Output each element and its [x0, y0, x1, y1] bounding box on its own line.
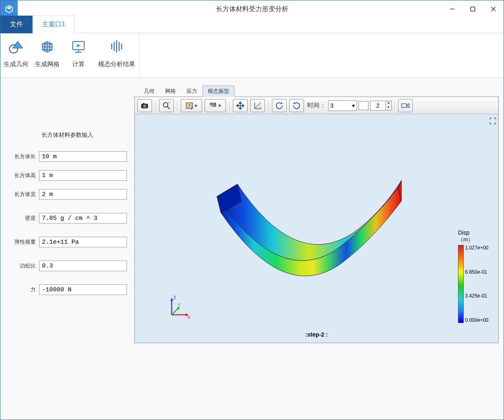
svg-rect-25 [212, 103, 214, 105]
density-input[interactable] [39, 213, 127, 224]
svg-marker-35 [237, 104, 238, 107]
toggle-box[interactable] [359, 101, 368, 110]
svg-point-16 [143, 104, 146, 107]
svg-line-19 [168, 106, 170, 109]
svg-marker-54 [170, 298, 173, 301]
view-tab-modal[interactable]: 模态振型 [203, 85, 235, 97]
viewport-3d[interactable]: ⛶ [135, 114, 498, 343]
svg-rect-28 [212, 105, 214, 107]
svg-text:X: X [187, 315, 191, 320]
gen-mesh-button[interactable]: 生成网格 [32, 33, 63, 78]
svg-rect-1 [471, 7, 475, 11]
poisson-input[interactable] [39, 261, 127, 271]
deformed-beam [180, 180, 402, 287]
pan-button[interactable] [233, 99, 248, 112]
up-arrow-icon[interactable]: ▴ [386, 101, 391, 106]
window-title: 长方体材料受力形变分析 [216, 5, 288, 14]
density-label: 密度 [8, 215, 36, 222]
height-input[interactable] [39, 170, 127, 181]
coordinate-triad-icon: X Y Z [167, 295, 191, 320]
svg-rect-26 [214, 103, 216, 105]
app-icon [0, 0, 18, 18]
time-label: 时间： [307, 102, 326, 109]
svg-marker-36 [243, 104, 244, 107]
svg-rect-27 [210, 105, 212, 107]
mesh-icon [38, 37, 56, 55]
emod-input[interactable] [39, 237, 127, 247]
close-button[interactable] [483, 0, 504, 18]
width-input[interactable] [39, 189, 127, 200]
gen-geometry-button[interactable]: 生成几何 [0, 33, 32, 78]
svg-marker-30 [219, 104, 221, 107]
svg-text:Y: Y [177, 302, 181, 307]
view-tab-stress[interactable]: 应力 [181, 85, 203, 97]
sidebar-title: 长方体材料参数输入 [8, 132, 127, 139]
record-button[interactable] [398, 99, 413, 112]
svg-text:Y: Y [258, 104, 260, 106]
svg-marker-33 [239, 102, 242, 103]
width-label: 长方体宽 [8, 191, 36, 198]
svg-line-39 [255, 105, 258, 108]
color-legend: Disp （m） 1.027e+00 6.850e-01 3.425e-01 0… [458, 229, 488, 323]
select-button[interactable] [181, 99, 202, 112]
svg-rect-24 [210, 103, 212, 105]
step-label: :step-2 : [305, 331, 327, 338]
emod-label: 弹性模量 [8, 238, 36, 246]
rotate-cw-button[interactable] [289, 99, 304, 112]
length-input[interactable] [39, 151, 127, 162]
svg-marker-7 [77, 44, 81, 47]
time-select[interactable]: 3 ▾ [328, 100, 357, 111]
svg-marker-23 [195, 104, 198, 107]
svg-rect-29 [214, 105, 216, 107]
svg-rect-45 [402, 104, 407, 107]
down-arrow-icon[interactable]: ▾ [386, 106, 391, 110]
compute-icon [69, 37, 87, 55]
length-label: 长方体长 [8, 153, 36, 160]
modal-icon [108, 37, 126, 55]
svg-text:⚡: ⚡ [167, 101, 171, 105]
frame-spinner[interactable]: ▴▾ [370, 101, 392, 111]
zoom-button[interactable]: ⚡ [159, 99, 174, 112]
screenshot-button[interactable] [137, 99, 152, 112]
modal-result-button[interactable]: 模态分析结果 [94, 33, 139, 78]
axes-button[interactable]: ZYX [250, 99, 265, 112]
rotate-ccw-button[interactable] [272, 99, 287, 112]
poisson-label: 泊松比 [8, 262, 36, 270]
minimize-button[interactable] [442, 0, 463, 18]
chevron-down-icon: ▾ [352, 102, 355, 109]
height-label: 长方体高 [8, 172, 36, 179]
geometry-icon [7, 37, 25, 55]
svg-line-50 [172, 308, 178, 315]
fullscreen-icon[interactable]: ⛶ [488, 117, 497, 126]
svg-text:Z: Z [173, 295, 176, 300]
svg-marker-34 [239, 108, 242, 109]
maximize-button[interactable] [463, 0, 483, 18]
svg-text:X: X [260, 107, 262, 110]
svg-marker-46 [407, 104, 410, 107]
force-input[interactable] [39, 284, 127, 295]
colormap-button[interactable] [205, 99, 226, 112]
force-label: 力 [8, 286, 36, 293]
tab-main-window[interactable]: 主窗口1 [32, 16, 75, 33]
view-tab-mesh[interactable]: 网格 [160, 85, 181, 97]
svg-rect-17 [143, 103, 145, 104]
view-tab-geom[interactable]: 几何 [138, 85, 160, 97]
tab-file[interactable]: 文件 [0, 16, 32, 33]
compute-button[interactable]: 计算 [63, 33, 94, 78]
